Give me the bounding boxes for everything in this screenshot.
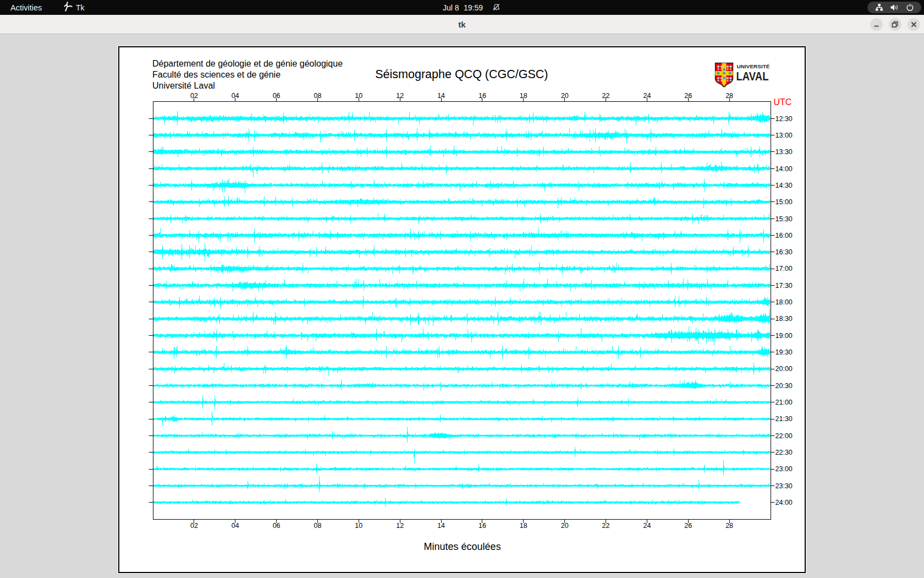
svg-text:02: 02: [190, 92, 198, 100]
svg-text:14:30: 14:30: [776, 182, 793, 189]
svg-text:18:00: 18:00: [776, 298, 793, 306]
svg-text:Faculté des sciences et de gén: Faculté des sciences et de génie: [152, 70, 280, 79]
svg-text:18: 18: [520, 92, 527, 100]
svg-text:Université Laval: Université Laval: [152, 81, 215, 90]
svg-text:14:00: 14:00: [776, 165, 793, 173]
svg-text:14: 14: [437, 92, 445, 100]
svg-text:20:30: 20:30: [776, 382, 793, 390]
svg-text:19:00: 19:00: [776, 332, 793, 340]
svg-text:20: 20: [561, 522, 569, 530]
svg-text:Minutes écoulées: Minutes écoulées: [424, 541, 501, 552]
svg-text:12: 12: [396, 522, 404, 530]
svg-text:10: 10: [355, 92, 362, 100]
svg-text:18: 18: [520, 522, 527, 530]
svg-text:28: 28: [725, 92, 733, 100]
svg-text:16:30: 16:30: [776, 248, 793, 256]
svg-text:28: 28: [725, 522, 733, 530]
svg-text:17:30: 17:30: [776, 282, 793, 290]
svg-text:UTC: UTC: [774, 97, 792, 107]
svg-text:10: 10: [355, 522, 362, 530]
svg-text:06: 06: [273, 92, 280, 100]
svg-text:24:00: 24:00: [776, 499, 793, 506]
svg-text:16: 16: [479, 522, 486, 530]
svg-text:20:00: 20:00: [776, 365, 793, 373]
svg-text:08: 08: [314, 92, 322, 100]
svg-text:22: 22: [602, 92, 610, 100]
svg-text:21:00: 21:00: [776, 399, 793, 406]
svg-text:UNIVERSITÉ: UNIVERSITÉ: [737, 63, 770, 69]
svg-text:19:30: 19:30: [776, 348, 793, 356]
svg-text:12: 12: [396, 92, 404, 100]
svg-text:12:30: 12:30: [776, 115, 793, 123]
svg-text:20: 20: [561, 92, 569, 100]
svg-text:16: 16: [479, 92, 486, 100]
svg-text:15:30: 15:30: [776, 215, 793, 223]
svg-text:22:00: 22:00: [776, 432, 793, 440]
svg-text:23:00: 23:00: [776, 465, 793, 473]
svg-text:LAVAL: LAVAL: [736, 69, 769, 83]
svg-text:22:30: 22:30: [776, 449, 793, 456]
svg-text:23:30: 23:30: [776, 482, 793, 490]
svg-text:26: 26: [684, 522, 692, 530]
svg-text:22: 22: [602, 522, 610, 530]
svg-text:24: 24: [643, 522, 651, 530]
svg-text:06: 06: [273, 522, 280, 530]
svg-text:04: 04: [232, 92, 239, 100]
svg-text:13:30: 13:30: [776, 148, 793, 156]
svg-text:Département de géologie et de: Département de géologie et de génie géol…: [152, 59, 343, 68]
svg-text:26: 26: [684, 92, 692, 100]
svg-text:02: 02: [190, 522, 198, 530]
svg-text:21:30: 21:30: [776, 415, 793, 423]
svg-text:Séismographe QCQ (CGC/GSC): Séismographe QCQ (CGC/GSC): [375, 68, 548, 81]
svg-text:13:00: 13:00: [776, 132, 793, 139]
svg-text:24: 24: [643, 92, 651, 100]
svg-text:04: 04: [232, 522, 239, 530]
svg-text:15:00: 15:00: [776, 198, 793, 206]
svg-text:08: 08: [314, 522, 322, 530]
svg-text:17:00: 17:00: [776, 265, 793, 272]
svg-text:18:30: 18:30: [776, 315, 793, 323]
svg-text:16:00: 16:00: [776, 232, 793, 239]
svg-text:14: 14: [437, 522, 445, 530]
